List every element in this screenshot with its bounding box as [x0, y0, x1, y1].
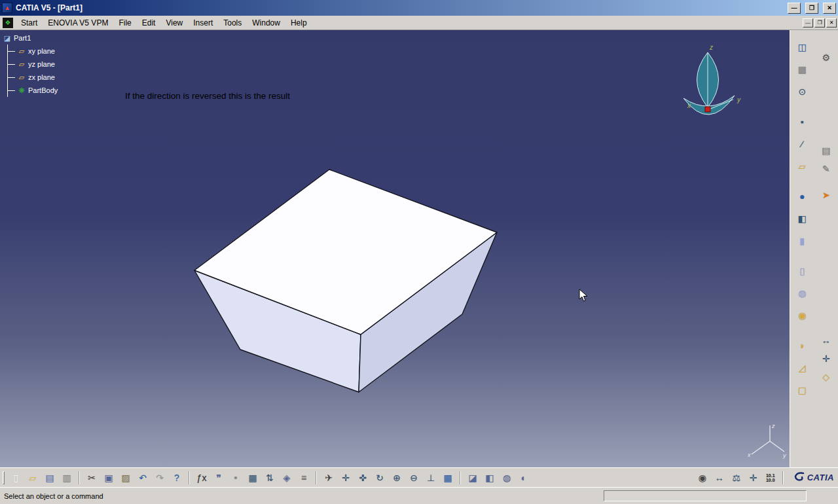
- shading-mode-icon[interactable]: ◧: [482, 470, 498, 486]
- shaft-icon[interactable]: ◍: [794, 285, 810, 301]
- menu-enovia-v5-vpm[interactable]: ENOVIA V5 VPM: [43, 17, 113, 29]
- app-icon[interactable]: ▲: [2, 3, 12, 13]
- multi-view-icon[interactable]: ◫: [794, 39, 810, 55]
- tree-item-zx-plane[interactable]: ▱zx plane: [8, 71, 58, 84]
- units-icon[interactable]: 10.1 10.0: [763, 470, 778, 486]
- hide-show-icon[interactable]: ◍: [499, 470, 515, 486]
- grid-icon[interactable]: ▦: [794, 62, 810, 77]
- title-bar: ▲ CATIA V5 - [Part1] — ❐ ✕: [0, 0, 838, 16]
- menu-help[interactable]: Help: [285, 17, 312, 29]
- pan-icon[interactable]: ✜: [355, 470, 371, 486]
- mdi-minimize-button[interactable]: —: [803, 18, 813, 27]
- tree-root-part1[interactable]: ◪ Part1: [3, 31, 58, 45]
- bottom-toolbar: ▯▱▤▥✂▣▨↶↷?ƒx❞•▦⇅◈≡✈✛✜↻⊕⊖⊥▦◪◧◍◐◉↔⚖✛10.1 1…: [0, 467, 838, 487]
- fly-mode-icon[interactable]: ✈: [321, 470, 337, 486]
- point-icon[interactable]: ▪: [794, 114, 810, 130]
- axis-system-icon[interactable]: ✛: [818, 351, 834, 367]
- save-icon[interactable]: ▤: [42, 470, 58, 486]
- swap-visible-space-icon[interactable]: ◐: [516, 470, 532, 486]
- menu-edit[interactable]: Edit: [137, 17, 161, 29]
- tree-item-yz-plane[interactable]: ▱yz plane: [8, 58, 58, 71]
- minimize-button[interactable]: —: [788, 3, 801, 14]
- normal-view-icon[interactable]: ⊥: [423, 470, 439, 486]
- menu-start[interactable]: Start: [16, 17, 43, 29]
- tree-item-xy-plane[interactable]: ▱xy plane: [8, 45, 58, 58]
- tree-item-partbody[interactable]: ❋PartBody: [8, 84, 58, 97]
- chamfer-icon[interactable]: ◿: [794, 360, 810, 376]
- catia-logo: CATIA: [792, 471, 835, 484]
- catia-window: ▲ CATIA V5 - [Part1] — ❐ ✕ ❖ StartENOVIA…: [0, 0, 838, 504]
- formula-fx-icon[interactable]: ƒx: [194, 470, 210, 486]
- hole-icon[interactable]: ◉: [794, 308, 810, 323]
- measure-icon[interactable]: ↔: [712, 470, 727, 486]
- pad-icon[interactable]: ▮: [794, 233, 810, 249]
- search-icon[interactable]: ⊙: [794, 84, 810, 99]
- annotate-icon[interactable]: ✎: [818, 161, 834, 177]
- create-multi-view-icon[interactable]: ▦: [440, 470, 456, 486]
- restore-button[interactable]: ❐: [805, 3, 818, 14]
- fit-all-in-icon[interactable]: ✛: [338, 470, 354, 486]
- redo-icon[interactable]: ↷: [152, 470, 168, 486]
- update-gear-icon[interactable]: ⚙: [818, 50, 834, 65]
- mass-properties-icon[interactable]: ⚖: [729, 470, 744, 486]
- knowledge-dot-icon[interactable]: •: [228, 470, 244, 486]
- plane-icon: ▱: [17, 61, 26, 68]
- viewport-3d[interactable]: If the direction is reversed this is the…: [0, 30, 790, 467]
- window-title: CATIA V5 - [Part1]: [16, 3, 783, 12]
- paste-format-icon[interactable]: ▤: [818, 143, 834, 158]
- new-document-icon[interactable]: ▯: [8, 470, 24, 486]
- whats-this-icon[interactable]: ?: [169, 470, 185, 486]
- menu-view[interactable]: View: [160, 17, 188, 29]
- camera-icon[interactable]: ◉: [695, 470, 710, 486]
- cut-icon[interactable]: ✂: [84, 470, 100, 486]
- reorder-icon[interactable]: ⇅: [262, 470, 278, 486]
- catalog-icon[interactable]: ◇: [818, 369, 834, 385]
- open-icon[interactable]: ▱: [25, 470, 41, 486]
- paste-icon[interactable]: ▨: [118, 470, 134, 486]
- section-view-icon[interactable]: ◧: [794, 211, 810, 226]
- toolbar-handle[interactable]: [3, 471, 5, 484]
- sketcher-sphere-icon[interactable]: ●: [794, 189, 810, 204]
- constraints-icon[interactable]: ≡: [296, 470, 312, 486]
- toolbar-separator: [460, 471, 461, 484]
- tree-item-label: yz plane: [28, 60, 55, 68]
- pocket-icon[interactable]: ▯: [794, 263, 810, 279]
- plane-icon[interactable]: ▱: [794, 158, 810, 174]
- iso-view-icon[interactable]: ◪: [465, 470, 481, 486]
- undo-icon[interactable]: ↶: [135, 470, 151, 486]
- mdi-close-button[interactable]: ✕: [826, 18, 837, 27]
- shell-icon[interactable]: ▢: [794, 382, 810, 398]
- select-arrow-icon[interactable]: ➤: [818, 187, 834, 203]
- knowledge-comment-icon[interactable]: ❞: [211, 470, 227, 486]
- tree-root-label: Part1: [14, 34, 31, 42]
- print-icon[interactable]: ▥: [59, 470, 75, 486]
- compass-tool-icon[interactable]: ✛: [746, 470, 761, 486]
- right-toolbar-main-column: ◫▦⊙▪∕▱●◧▮▯◍◉◗◿▢: [790, 33, 814, 467]
- triad-z-label: z: [771, 423, 775, 429]
- compass-3d[interactable]: z x y: [674, 42, 748, 140]
- compass-y-label: y: [737, 96, 741, 103]
- workspace: If the direction is reversed this is the…: [0, 30, 838, 467]
- mdi-restore-button[interactable]: ❐: [814, 18, 825, 27]
- menu-insert[interactable]: Insert: [188, 17, 218, 29]
- zoom-in-icon[interactable]: ⊕: [389, 470, 405, 486]
- close-button[interactable]: ✕: [823, 3, 836, 14]
- command-input[interactable]: [604, 490, 807, 501]
- viewport-annotation: If the direction is reversed this is the…: [125, 91, 290, 101]
- toolbar-separator: [782, 471, 784, 484]
- menu-tools[interactable]: Tools: [218, 17, 247, 29]
- part-icon: ◪: [3, 35, 12, 42]
- fillet-icon[interactable]: ◗: [794, 338, 810, 353]
- document-icon[interactable]: ❖: [3, 18, 13, 28]
- copy-icon[interactable]: ▣: [101, 470, 117, 486]
- zoom-out-icon[interactable]: ⊖: [406, 470, 422, 486]
- insert-component-icon[interactable]: ◈: [279, 470, 295, 486]
- solid-frustum[interactable]: [0, 30, 790, 467]
- design-table-icon[interactable]: ▦: [245, 470, 261, 486]
- menu-window[interactable]: Window: [247, 17, 285, 29]
- compass-origin-handle[interactable]: [705, 107, 710, 112]
- measure-between-icon[interactable]: ↔: [818, 333, 834, 348]
- rotate-icon[interactable]: ↻: [372, 470, 388, 486]
- menu-file[interactable]: File: [113, 17, 136, 29]
- line-icon[interactable]: ∕: [794, 136, 810, 152]
